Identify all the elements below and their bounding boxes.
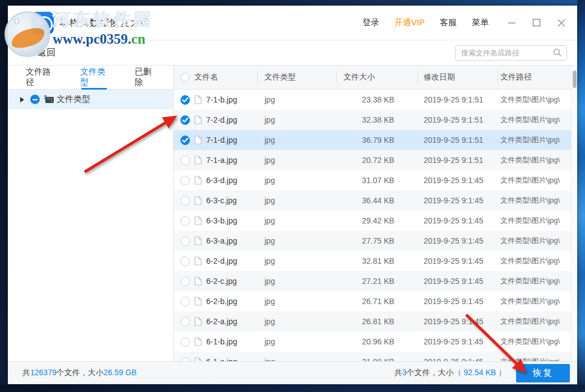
table-row[interactable]: 7-1-b.jpg jpg 23.38 KB 2019-9-25 9:1:51 … xyxy=(174,90,571,110)
file-path: 文件类型\图片\jpg\ xyxy=(498,291,571,311)
file-name: 6-3-a.jpg xyxy=(206,236,237,245)
file-type: jpg xyxy=(257,251,336,271)
file-name: 6-1-b.jpg xyxy=(206,337,237,346)
recover-button[interactable]: 恢复 xyxy=(516,364,570,382)
row-checkbox[interactable] xyxy=(180,95,190,105)
file-name: 7-1-d.jpg xyxy=(206,136,237,144)
table-row[interactable]: 6-2-a.jpg jpg 26.81 KB 2019-9-25 9:1:45 … xyxy=(174,311,571,332)
header-file-type[interactable]: 文件类型 xyxy=(257,66,336,89)
app-logo-icon xyxy=(31,12,54,34)
support-menu-item[interactable]: 客服 xyxy=(440,17,457,28)
menu-menu-item[interactable]: 菜单 xyxy=(472,17,489,28)
file-name: 6-3-b.jpg xyxy=(206,216,237,225)
file-size: 31.07 KB xyxy=(336,170,417,190)
file-size: 27.75 KB xyxy=(336,231,417,251)
file-name: 6-3-d.jpg xyxy=(206,176,237,185)
app-title: 嗨格式数据恢复大师 xyxy=(59,16,150,29)
file-size: 20.72 KB xyxy=(336,150,417,170)
table-row[interactable]: 7-1-d.jpg jpg 36.79 KB 2019-9-25 9:1:51 … xyxy=(174,130,571,150)
partial-check-icon[interactable] xyxy=(30,95,40,104)
file-name: 6-2-a.jpg xyxy=(206,317,237,326)
row-checkbox[interactable] xyxy=(180,176,190,185)
row-checkbox[interactable] xyxy=(180,216,190,226)
header-modified-date[interactable]: 修改日期 xyxy=(417,66,498,89)
file-type: jpg xyxy=(257,90,336,110)
table-row[interactable]: 6-2-c.jpg jpg 27.21 KB 2019-9-25 9:1:45 … xyxy=(174,271,571,291)
table-row[interactable]: 6-1-a.jpg jpg 21.08 KB 2019-9-25 9:1:45 … xyxy=(174,352,571,361)
table-header: 文件名 文件类型 文件大小 修改日期 文件路径 xyxy=(174,66,571,90)
table-row[interactable]: 6-2-d.jpg jpg 32.81 KB 2019-9-25 9:1:45 … xyxy=(174,251,571,271)
tab-file-type[interactable]: 文件类型 xyxy=(71,66,117,89)
close-icon[interactable] xyxy=(557,18,566,27)
row-checkbox[interactable] xyxy=(180,196,190,206)
titlebar: 嗨格式数据恢复大师 登录 开通VIP 客服 菜单 xyxy=(8,6,577,40)
table-row[interactable]: 6-2-b.jpg jpg 26.71 KB 2019-9-25 9:1:45 … xyxy=(174,291,571,311)
file-path: 文件类型\图片\jpg\ xyxy=(498,90,571,110)
tab-file-path[interactable]: 文件路径 xyxy=(17,66,62,89)
file-name: 7-1-b.jpg xyxy=(206,95,237,104)
back-button[interactable]: ← 返回 xyxy=(22,47,55,59)
drive-icon xyxy=(44,95,54,104)
row-checkbox[interactable] xyxy=(180,256,190,266)
file-name: 6-1-a.jpg xyxy=(206,357,237,361)
search-input[interactable] xyxy=(461,49,553,57)
back-label: 返回 xyxy=(38,47,55,59)
header-file-name[interactable]: 文件名 xyxy=(174,66,257,89)
row-checkbox[interactable] xyxy=(180,357,190,362)
file-path: 文件类型\图片\jpg\ xyxy=(498,110,571,130)
table-row[interactable]: 6-3-c.jpg jpg 36.44 KB 2019-9-25 9:1:45 … xyxy=(174,190,571,211)
row-checkbox[interactable] xyxy=(180,337,190,347)
scrollbar-thumb[interactable] xyxy=(573,71,577,88)
file-icon xyxy=(194,156,202,165)
search-icon xyxy=(553,48,562,57)
file-tree: 文件类型 xyxy=(8,90,173,361)
select-all-checkbox[interactable] xyxy=(180,73,189,82)
file-icon xyxy=(194,297,202,306)
header-file-size[interactable]: 文件大小 xyxy=(336,66,417,89)
file-size: 36.79 KB xyxy=(336,130,417,150)
modified-date: 2019-9-25 9:1:45 xyxy=(417,352,498,361)
file-type: jpg xyxy=(257,311,336,332)
file-size: 26.81 KB xyxy=(336,311,417,332)
scrollbar-track[interactable] xyxy=(571,66,577,361)
table-row[interactable]: 6-1-b.jpg jpg 20.96 KB 2019-9-25 9:1:45 … xyxy=(174,332,571,352)
tab-deleted[interactable]: 已删除 xyxy=(126,66,164,89)
file-path: 文件类型\图片\jpg\ xyxy=(498,332,571,352)
minimize-icon[interactable] xyxy=(508,18,516,27)
file-size: 32.38 KB xyxy=(336,110,417,130)
desktop-background xyxy=(577,0,585,392)
modified-date: 2019-9-25 9:1:45 xyxy=(417,190,498,211)
row-checkbox[interactable] xyxy=(180,236,190,246)
row-checkbox[interactable] xyxy=(180,115,190,125)
modified-date: 2019-9-25 9:1:45 xyxy=(417,271,498,291)
tree-item-label: 文件类型 xyxy=(57,94,90,105)
row-checkbox[interactable] xyxy=(180,136,190,145)
search-box[interactable] xyxy=(455,45,567,60)
table-row[interactable]: 6-3-d.jpg jpg 31.07 KB 2019-9-25 9:1:45 … xyxy=(174,170,571,190)
file-name: 6-2-c.jpg xyxy=(206,277,236,286)
file-name: 7-1-a.jpg xyxy=(206,156,237,165)
file-name: 6-3-c.jpg xyxy=(206,196,236,205)
file-path: 文件类型\图片\jpg\ xyxy=(498,170,571,190)
row-checkbox[interactable] xyxy=(180,317,190,326)
table-row[interactable]: 6-3-a.jpg jpg 27.75 KB 2019-9-25 9:1:45 … xyxy=(174,231,571,251)
modified-date: 2019-9-25 9:1:45 xyxy=(417,291,498,311)
modified-date: 2019-9-25 9:1:45 xyxy=(417,211,498,231)
row-checkbox[interactable] xyxy=(180,277,190,286)
table-row[interactable]: 7-1-a.jpg jpg 20.72 KB 2019-9-25 9:1:51 … xyxy=(174,150,571,170)
login-menu-item[interactable]: 登录 xyxy=(363,17,379,28)
row-checkbox[interactable] xyxy=(180,297,190,306)
file-name: 6-2-b.jpg xyxy=(206,297,237,306)
file-path: 文件类型\图片\jpg\ xyxy=(498,352,571,361)
file-path: 文件类型\图片\jpg\ xyxy=(498,251,571,271)
table-row[interactable]: 6-3-b.jpg jpg 29.42 KB 2019-9-25 9:1:45 … xyxy=(174,211,571,231)
tree-item-file-type[interactable]: 文件类型 xyxy=(8,90,173,109)
modified-date: 2019-9-25 9:1:51 xyxy=(417,130,498,150)
table-row[interactable]: 7-2-d.jpg jpg 32.38 KB 2019-9-25 9:1:51 … xyxy=(174,110,571,130)
caret-right-icon[interactable] xyxy=(20,97,24,102)
maximize-icon[interactable] xyxy=(532,18,541,27)
table-body: 7-1-b.jpg jpg 23.38 KB 2019-9-25 9:1:51 … xyxy=(174,90,571,361)
row-checkbox[interactable] xyxy=(180,156,190,165)
vip-menu-item[interactable]: 开通VIP xyxy=(394,17,425,28)
header-file-path[interactable]: 文件路径 xyxy=(498,66,571,89)
